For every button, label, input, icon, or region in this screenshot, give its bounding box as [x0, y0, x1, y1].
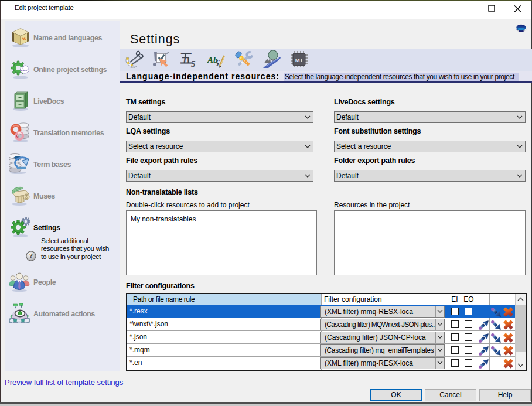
svg-text:MT: MT: [295, 57, 303, 63]
svg-text:?: ?: [29, 252, 33, 260]
svg-text:五: 五: [180, 52, 192, 65]
svg-text:5: 5: [191, 59, 196, 68]
